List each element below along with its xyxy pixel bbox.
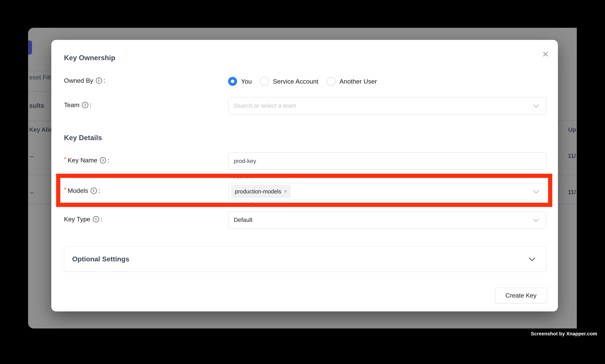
chevron-down-icon <box>533 102 539 108</box>
table-header-key-alias-clipped: Key Alia <box>29 126 52 133</box>
label-colon: : <box>90 102 91 108</box>
table-cell-date-clipped: 11/ <box>568 152 576 159</box>
radio-label-you: You <box>241 78 252 85</box>
radio-label-another-user: Another User <box>340 78 377 85</box>
key-name-validation-text: required <box>231 173 252 180</box>
table-header-updated-clipped: Up <box>568 126 576 133</box>
models-select[interactable]: production-models × <box>228 183 546 200</box>
table-cell-date-clipped: 11/ <box>568 189 576 196</box>
label-colon: : <box>98 187 100 194</box>
info-icon[interactable] <box>96 78 102 84</box>
models-validation-text: required <box>231 201 252 208</box>
required-asterisk: * <box>64 156 66 162</box>
owned-by-label-text: Owned By <box>64 78 93 84</box>
radio-unselected-icon[interactable] <box>260 77 269 86</box>
info-icon[interactable] <box>93 216 99 222</box>
radio-label-service-account: Service Account <box>273 78 318 85</box>
radio-owned-by-you[interactable]: You <box>228 77 252 86</box>
key-type-select-value: Default <box>228 217 252 223</box>
models-label: * Models : <box>64 187 100 194</box>
required-asterisk: * <box>64 187 66 193</box>
key-name-input-value: prod-key <box>228 158 256 164</box>
info-icon[interactable] <box>100 157 106 163</box>
radio-selected-icon[interactable] <box>228 77 237 86</box>
chevron-down-icon <box>529 255 535 261</box>
label-colon: : <box>103 78 105 84</box>
watermark-text: Screenshot by Xnapper.com <box>531 331 597 337</box>
radio-owned-by-service-account[interactable]: Service Account <box>260 77 318 86</box>
optional-settings-panel[interactable]: Optional Settings <box>64 247 546 272</box>
optional-settings-title: Optional Settings <box>72 256 129 262</box>
results-count-clipped: sults <box>29 102 44 110</box>
tag-remove-icon[interactable]: × <box>284 189 287 194</box>
team-select-placeholder: Search or select a team <box>228 103 296 109</box>
create-key-modal: × Key Ownership Owned By : You Service A… <box>51 40 558 312</box>
radio-owned-by-another-user[interactable]: Another User <box>327 77 377 86</box>
key-type-label-text: Key Type <box>64 216 90 222</box>
section-heading-key-details: Key Details <box>64 133 102 142</box>
key-name-input[interactable]: prod-key <box>228 152 546 169</box>
team-label: Team : <box>64 102 91 108</box>
info-icon[interactable] <box>82 102 88 108</box>
models-tag-text: production-models <box>235 189 281 194</box>
section-heading-key-ownership: Key Ownership <box>64 53 115 62</box>
table-cell-dash: – <box>30 152 34 160</box>
key-name-label-text: Key Name <box>68 157 97 163</box>
team-select[interactable]: Search or select a team <box>228 97 546 114</box>
info-icon[interactable] <box>91 188 97 194</box>
key-name-label: * Key Name : <box>64 157 109 163</box>
team-label-text: Team <box>64 102 79 108</box>
chevron-down-icon <box>533 216 539 222</box>
reset-filters-button-clipped: eset Filt <box>29 74 51 81</box>
models-tag[interactable]: production-models × <box>231 185 291 198</box>
chevron-down-icon <box>533 188 539 194</box>
label-colon: : <box>101 216 102 222</box>
owned-by-label: Owned By : <box>64 78 105 84</box>
create-key-button[interactable]: Create Key <box>495 287 547 303</box>
table-cell-dash: – <box>30 189 34 196</box>
radio-unselected-icon[interactable] <box>327 77 336 86</box>
close-icon[interactable]: × <box>539 47 553 61</box>
key-type-label: Key Type : <box>64 216 102 222</box>
screenshot-stage: eset Filt sults Key Alia Up – 11/ – 11/ … <box>0 0 605 364</box>
clipped-primary-button <box>28 40 32 54</box>
label-colon: : <box>107 157 109 163</box>
key-type-select[interactable]: Default <box>228 211 546 229</box>
models-label-text: Models <box>68 187 88 194</box>
owned-by-radio-group: You Service Account Another User <box>228 77 385 86</box>
